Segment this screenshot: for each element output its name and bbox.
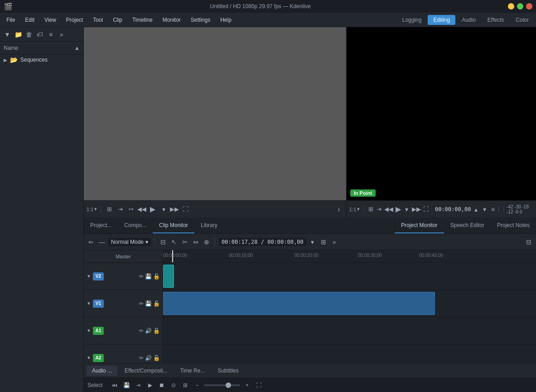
clip-rewind-icon[interactable]: ◀◀ [137, 205, 146, 214]
tab-project-monitor[interactable]: Project Monitor [395, 218, 444, 233]
track-a1-pencil-icon[interactable]: ✏ [139, 328, 144, 334]
track-a1-content[interactable] [163, 317, 536, 344]
status-save-icon[interactable]: 💾 [121, 380, 131, 390]
track-a2-volume-icon[interactable]: 🔊 [145, 355, 152, 361]
zoom-slider[interactable] [204, 384, 240, 386]
clip-set-out-icon[interactable]: ↦ [126, 205, 135, 214]
sort-icon[interactable]: ▲ [74, 45, 80, 51]
menu-view[interactable]: View [40, 15, 61, 25]
clip-play-dropdown[interactable]: ▾ [159, 205, 168, 214]
bin-dropdown-icon[interactable]: ▼ [3, 30, 12, 39]
status-grid-icon[interactable]: ⊞ [180, 380, 190, 390]
track-v2-content[interactable] [163, 263, 536, 290]
clip-zoom-icon[interactable]: ⊞ [105, 205, 114, 214]
timeline-extract-icon[interactable]: ⇐ [87, 237, 96, 247]
proj-play-dropdown[interactable]: ▾ [404, 205, 410, 214]
timeline-mode-icon[interactable]: — [97, 237, 106, 247]
status-rewind-icon[interactable]: ⏮ [110, 380, 120, 390]
timeline-mode-selector[interactable]: Normal Mode ▾ [108, 238, 151, 246]
menu-timeline[interactable]: Timeline [128, 15, 157, 25]
status-zoom-out-icon[interactable]: − [192, 380, 202, 390]
clip-set-in-icon[interactable]: ⇥ [116, 205, 125, 214]
clip-forward-icon[interactable]: ▶▶ [170, 205, 179, 214]
tab-speech-editor[interactable]: Speech Editor [444, 218, 491, 233]
list-icon[interactable]: ≡ [46, 30, 55, 39]
status-zoom-in-icon[interactable]: + [242, 380, 252, 390]
tab-library[interactable]: Library [194, 218, 224, 233]
track-v1-clip[interactable] [163, 292, 435, 315]
track-a2-arrow[interactable]: ▼ [87, 355, 91, 360]
tag-icon[interactable]: 🏷 [35, 30, 44, 39]
track-v1-label[interactable]: V1 [93, 300, 104, 308]
proj-forward-icon[interactable]: ▶▶ [412, 205, 421, 214]
track-a2-label[interactable]: A2 [93, 354, 104, 362]
track-v2-label[interactable]: V2 [93, 272, 104, 281]
timeline-cut-icon[interactable]: ✂ [180, 237, 189, 247]
delete-icon[interactable]: 🗑 [24, 30, 34, 39]
track-v1-save-icon[interactable]: 💾 [145, 300, 152, 307]
tab-subtitles[interactable]: Subtitles [212, 366, 244, 376]
clip-fullscreen-icon[interactable]: ⛶ [181, 205, 190, 214]
timecode-up-icon[interactable]: ▴ [473, 205, 479, 214]
track-a2-pencil-icon[interactable]: ✏ [139, 355, 144, 361]
project-scale-selector[interactable]: 1:1 ▾ [349, 206, 360, 212]
clip-next-icon[interactable]: › [334, 205, 343, 214]
track-a2-lock-icon[interactable]: 🔓 [153, 355, 160, 361]
tab-project-bin[interactable]: Project... [84, 218, 118, 233]
timeline-insert-icon[interactable]: ⊕ [202, 237, 211, 247]
track-v2-lock-icon[interactable]: 🔓 [153, 273, 160, 280]
track-v2-pencil-icon[interactable]: ✏ [139, 273, 144, 280]
proj-menu-icon[interactable]: ≡ [490, 205, 497, 214]
tab-effect-composit[interactable]: Effect/Composit... [119, 366, 173, 376]
timeline-slip-icon[interactable]: ⇔ [191, 237, 200, 247]
zoom-thumb[interactable] [226, 382, 231, 388]
close-button[interactable] [526, 3, 532, 10]
proj-rewind-icon[interactable]: ◀◀ [384, 205, 393, 214]
menu-help[interactable]: Help [216, 15, 236, 25]
timeline-zoom-fit-icon[interactable]: ⊞ [319, 237, 328, 247]
menu-file[interactable]: File [2, 15, 19, 25]
timeline-select-icon[interactable]: ↖ [169, 237, 179, 247]
track-a1-lock-icon[interactable]: 🔓 [153, 328, 160, 334]
track-v2-clip[interactable] [163, 265, 174, 288]
timeline-settings-icon[interactable]: ⊟ [524, 237, 533, 247]
track-a1-label[interactable]: A1 [93, 327, 104, 335]
track-v2-arrow[interactable]: ▼ [87, 274, 91, 279]
track-a1-volume-icon[interactable]: 🔊 [145, 328, 152, 334]
tab-clip-monitor[interactable]: Clip Monitor [153, 218, 194, 233]
track-v1-arrow[interactable]: ▼ [87, 301, 91, 306]
track-v1-content[interactable] [163, 290, 536, 317]
menu-monitor[interactable]: Monitor [158, 15, 185, 25]
sequences-folder[interactable]: ▶ 📂 Sequences [0, 54, 83, 65]
clip-play-icon[interactable]: ▶ [148, 205, 157, 214]
maximize-button[interactable] [517, 3, 523, 10]
proj-zoom-icon[interactable]: ⊞ [367, 205, 374, 214]
workspace-effects[interactable]: Effects [482, 15, 509, 25]
tab-time-re[interactable]: Time Re... [175, 366, 211, 376]
window-controls[interactable] [508, 3, 532, 10]
proj-set-in-icon[interactable]: ⇥ [376, 205, 382, 214]
track-a1-arrow[interactable]: ▼ [87, 328, 91, 333]
more-icon[interactable]: » [57, 30, 66, 39]
status-play-icon[interactable]: ▶ [145, 380, 155, 390]
status-fullscreen-icon[interactable]: ⛶ [254, 380, 264, 390]
tab-compo[interactable]: Compo... [118, 218, 153, 233]
minimize-button[interactable] [508, 3, 514, 10]
track-v1-pencil-icon[interactable]: ✏ [139, 300, 144, 307]
clip-scale-selector[interactable]: 1:1 ▾ [87, 206, 97, 212]
menu-edit[interactable]: Edit [20, 15, 39, 25]
track-v1-lock-icon[interactable]: 🔓 [153, 300, 160, 307]
menu-clip[interactable]: Clip [108, 15, 127, 25]
status-record-icon[interactable]: ⊙ [169, 380, 179, 390]
new-folder-icon[interactable]: 📁 [14, 30, 23, 39]
track-a2-content[interactable] [163, 344, 536, 363]
status-stop-icon[interactable]: ⏹ [157, 380, 167, 390]
proj-fullscreen-icon[interactable]: ⛶ [423, 205, 430, 214]
timeline-multi-icon[interactable]: ⊟ [159, 237, 168, 247]
proj-play-icon[interactable]: ▶ [395, 205, 402, 214]
timeline-more-icon[interactable]: » [330, 237, 339, 247]
workspace-editing[interactable]: Editing [428, 15, 455, 25]
workspace-logging[interactable]: Logging [397, 15, 427, 25]
status-insert-icon[interactable]: ⇥ [133, 380, 143, 390]
track-v2-save-icon[interactable]: 💾 [145, 273, 152, 280]
